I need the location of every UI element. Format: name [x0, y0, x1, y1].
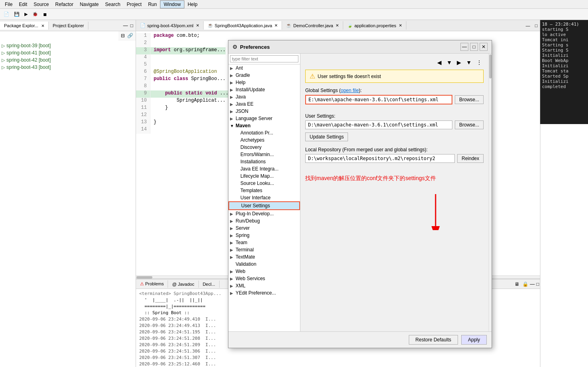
- pref-label-maven: Maven: [236, 123, 250, 128]
- open-file-link[interactable]: open file: [341, 88, 359, 93]
- global-browse-btn[interactable]: Browse...: [455, 95, 484, 104]
- pref-item-web[interactable]: ▶ Web: [228, 268, 300, 275]
- pref-label-jee: Java EE Integra...: [240, 166, 278, 172]
- expand-icon-java: ▶: [230, 95, 235, 99]
- local-repo-input[interactable]: [305, 154, 455, 163]
- pref-more-btn[interactable]: ⋮: [475, 58, 484, 66]
- expand-icon-yedit: ▶: [230, 291, 235, 295]
- pref-dropdown-btn[interactable]: ▼: [445, 58, 454, 66]
- pref-item-team[interactable]: ▶ Team: [228, 239, 300, 246]
- pref-item-spring[interactable]: ▶ Spring: [228, 232, 300, 239]
- expand-icon-web: ▶: [230, 269, 235, 274]
- user-settings-section: User Settings: Browse... Update Settings: [305, 113, 484, 141]
- pref-item-web-services[interactable]: ▶ Web Services: [228, 275, 300, 282]
- expand-icon-tm: ▶: [230, 255, 235, 259]
- dialog-controls: — □ ✕: [460, 43, 488, 51]
- pref-item-validation[interactable]: Validation: [228, 261, 300, 268]
- pref-forward-btn[interactable]: ▶: [455, 58, 463, 66]
- pref-label-annot: Annotation Pr...: [240, 130, 273, 136]
- expand-icon-xml: ▶: [230, 284, 235, 288]
- pref-label-tmpl: Templates: [240, 188, 262, 193]
- user-browse-btn[interactable]: Browse...: [455, 120, 484, 129]
- pref-label-install: Install/Update: [236, 87, 265, 92]
- user-settings-input[interactable]: [305, 120, 452, 129]
- pref-item-errors[interactable]: Errors/Warnin...: [228, 151, 300, 158]
- apply-btn[interactable]: Apply: [461, 335, 487, 345]
- pref-label-term: Terminal: [236, 247, 254, 253]
- pref-item-language-server[interactable]: ▶ Language Server: [228, 115, 300, 122]
- pref-item-javaee[interactable]: ▶ Java EE: [228, 100, 300, 108]
- global-settings-input[interactable]: [305, 95, 452, 104]
- warning-bar: ⚠ User settings file doesn't exist: [305, 70, 484, 83]
- expand-icon-javaee: ▶: [230, 102, 235, 106]
- pref-label-json: JSON: [236, 108, 248, 114]
- pref-item-user-interface[interactable]: User Interface: [228, 194, 300, 201]
- pref-label-spr: Spring: [236, 233, 250, 238]
- user-settings-label: User Settings:: [305, 113, 484, 119]
- arrow-area: [305, 190, 484, 230]
- restore-defaults-btn[interactable]: Restore Defaults: [409, 335, 458, 345]
- dialog-body: ▶ Ant ▶ Gradle ▶ Help ▶ Install/Update ▶: [228, 54, 492, 331]
- pref-item-lifecycle[interactable]: Lifecycle Map...: [228, 172, 300, 180]
- expand-icon-pd: ▶: [230, 212, 235, 216]
- pref-item-ant[interactable]: ▶ Ant: [228, 64, 300, 72]
- expand-icon-term: ▶: [230, 248, 235, 252]
- pref-label-val: Validation: [236, 261, 256, 267]
- pref-item-help[interactable]: ▶ Help: [228, 79, 300, 86]
- expand-icon-install: ▶: [230, 88, 235, 92]
- pref-scrollbar[interactable]: [488, 54, 492, 331]
- pref-label-err: Errors/Warnin...: [240, 152, 274, 157]
- pref-item-server[interactable]: ▶ Server: [228, 225, 300, 232]
- dialog-footer: Restore Defaults Apply: [228, 331, 492, 348]
- pref-label-inst: Installations: [240, 159, 266, 164]
- update-settings-btn[interactable]: Update Settings: [305, 132, 348, 141]
- pref-label-tm: TextMate: [236, 254, 255, 260]
- pref-label-java: Java: [236, 94, 246, 100]
- dialog-minimize-btn[interactable]: —: [460, 43, 468, 51]
- local-repo-label: Local Repository (From merged user and g…: [305, 147, 484, 152]
- warning-text: User settings file doesn't exist: [318, 74, 381, 79]
- dialog-restore-btn[interactable]: □: [470, 43, 478, 51]
- pref-item-terminal[interactable]: ▶ Terminal: [228, 246, 300, 253]
- pref-item-install[interactable]: ▶ Install/Update: [228, 86, 300, 93]
- pref-item-gradle[interactable]: ▶ Gradle: [228, 72, 300, 79]
- pref-item-archetypes[interactable]: Archetypes: [228, 136, 300, 144]
- pref-item-annotation-pr[interactable]: Annotation Pr...: [228, 129, 300, 136]
- pref-item-plugin-dev[interactable]: ▶ Plug-In Develop...: [228, 210, 300, 217]
- expand-icon-langserver: ▶: [230, 116, 235, 121]
- pref-label-pd: Plug-In Develop...: [236, 211, 274, 217]
- pref-item-yedit[interactable]: ▶ YEdit Preference...: [228, 289, 300, 297]
- pref-item-json[interactable]: ▶ JSON: [228, 108, 300, 115]
- pref-label-us: User Settings: [241, 203, 270, 209]
- global-settings-section: Global Settings (open file): Browse...: [305, 88, 484, 108]
- pref-item-run-debug[interactable]: ▶ Run/Debug: [228, 217, 300, 225]
- pref-label-web: Web: [236, 269, 245, 274]
- pref-item-user-settings[interactable]: User Settings: [228, 201, 300, 210]
- pref-label-xml: XML: [236, 283, 246, 289]
- pref-item-templates[interactable]: Templates: [228, 187, 300, 194]
- reindex-btn[interactable]: Reindex: [457, 154, 484, 163]
- pref-item-maven[interactable]: ▼ Maven: [228, 122, 300, 129]
- dialog-close-btn[interactable]: ✕: [480, 43, 488, 51]
- expand-icon-team: ▶: [230, 241, 235, 245]
- pref-back-btn[interactable]: ◀: [436, 58, 443, 66]
- expand-icon-spr: ▶: [230, 233, 235, 238]
- pref-label-gradle: Gradle: [236, 72, 250, 78]
- pref-item-java[interactable]: ▶ Java: [228, 93, 300, 100]
- local-repo-section: Local Repository (From merged user and g…: [305, 147, 484, 166]
- pref-item-discovery[interactable]: Discovery: [228, 144, 300, 151]
- pref-item-textmate[interactable]: ▶ TextMate: [228, 253, 300, 261]
- pref-item-xml[interactable]: ▶ XML: [228, 282, 300, 289]
- pref-label-ant: Ant: [236, 65, 243, 71]
- pref-label-sl: Source Looku...: [240, 180, 274, 186]
- expand-icon-ant: ▶: [230, 66, 235, 70]
- pref-item-installations[interactable]: Installations: [228, 158, 300, 165]
- pref-item-source-lookup[interactable]: Source Looku...: [228, 180, 300, 187]
- local-repo-row: Reindex: [305, 154, 484, 163]
- pref-item-javaee-integ[interactable]: Java EE Integra...: [228, 165, 300, 172]
- pref-filter-input[interactable]: [230, 55, 298, 62]
- pref-label-rd: Run/Debug: [236, 218, 260, 224]
- pref-label-yedit: YEdit Preference...: [236, 290, 276, 296]
- pref-dropdown2-btn[interactable]: ▼: [464, 58, 473, 66]
- pref-label-team: Team: [236, 240, 247, 245]
